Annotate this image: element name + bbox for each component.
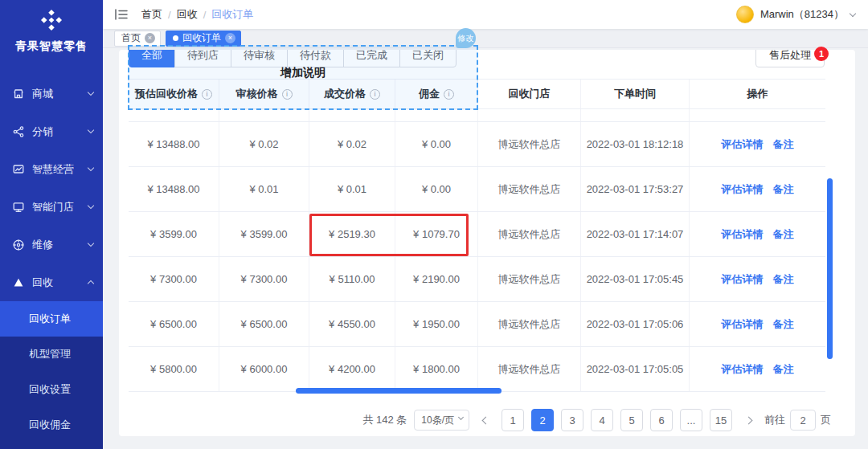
- status-tab-closed[interactable]: 已关闭: [399, 50, 457, 67]
- remark-link[interactable]: 备注: [773, 227, 794, 242]
- chevron-down-icon: [458, 414, 464, 420]
- sidebar-item-distribution[interactable]: 分销: [0, 112, 103, 150]
- header-deal-price: 成交价格 i: [309, 80, 395, 108]
- breadcrumb-recycle[interactable]: 回收: [177, 7, 198, 22]
- breadcrumb-home[interactable]: 首页: [141, 7, 162, 22]
- cell-audit: ¥ 3599.00: [219, 212, 309, 256]
- page-button-1[interactable]: 1: [502, 409, 524, 431]
- brand-name: 青果智慧零售: [0, 39, 103, 54]
- remark-link[interactable]: 备注: [773, 362, 794, 377]
- evaluate-detail-link[interactable]: 评估详情: [722, 137, 764, 152]
- annotation-edit-badge: 修改: [456, 28, 476, 48]
- sidebar-subitem-recycle-commission[interactable]: 回收佣金: [0, 407, 103, 443]
- page-button-6[interactable]: 6: [650, 409, 673, 431]
- sidebar-item-smart-business[interactable]: 智慧经营: [0, 150, 103, 188]
- remark-link[interactable]: 备注: [773, 137, 794, 152]
- sidebar-item-label: 回收: [32, 276, 88, 290]
- page-ellipsis[interactable]: ...: [680, 409, 702, 431]
- tags-view: 首页 × 回收订单 ×: [103, 29, 868, 48]
- close-icon[interactable]: ×: [145, 33, 155, 43]
- evaluate-detail-link[interactable]: 评估详情: [722, 317, 764, 332]
- submenu-label: 回收佣金: [29, 418, 71, 432]
- tab-recycle-orders[interactable]: 回收订单 ×: [166, 31, 241, 47]
- status-tab-pending-payment[interactable]: 待付款: [287, 50, 344, 67]
- cell-deal: ¥ 5110.00: [309, 257, 395, 301]
- submenu-label: 回收设置: [29, 382, 71, 397]
- table-body: ¥ 13488.00 ¥ 0.02 ¥ 0.02 ¥ 0.00 博远软件总店 2…: [129, 109, 825, 392]
- remark-link[interactable]: 备注: [773, 272, 794, 287]
- page-button-5[interactable]: 5: [620, 409, 643, 431]
- status-tab-pending-arrival[interactable]: 待到店: [174, 50, 231, 67]
- prev-page-button[interactable]: [477, 409, 494, 431]
- cell-actions: 评估详情 备注: [690, 167, 825, 211]
- info-icon[interactable]: i: [444, 89, 454, 100]
- info-icon[interactable]: i: [202, 89, 212, 100]
- cell-deal: ¥ 4200.00: [309, 347, 395, 391]
- chevron-down-icon: [850, 10, 856, 16]
- cell-commission: ¥ 1950.00: [395, 302, 478, 346]
- close-icon[interactable]: ×: [225, 33, 235, 43]
- chevron-down-icon: [88, 240, 94, 247]
- cell-commission: ¥ 0.00: [395, 122, 478, 166]
- tab-home[interactable]: 首页 ×: [114, 31, 161, 47]
- sidebar-subitem-recycle-settings[interactable]: 回收设置: [0, 372, 103, 407]
- next-page-button[interactable]: [739, 409, 757, 431]
- remark-link[interactable]: 备注: [773, 317, 794, 332]
- tab-label: 首页: [121, 31, 141, 45]
- horizontal-scrollbar[interactable]: [296, 388, 502, 394]
- cell-deal: ¥ 0.01: [309, 167, 395, 211]
- collapse-sidebar-icon[interactable]: [114, 8, 129, 21]
- page-button-15[interactable]: 15: [710, 409, 732, 431]
- cell-audit: ¥ 7300.00: [219, 257, 309, 301]
- cell-actions: 评估详情 备注: [690, 122, 825, 166]
- page-button-4[interactable]: 4: [591, 409, 613, 431]
- cell-store: 博远软件总店: [478, 347, 581, 391]
- cell-estimate: ¥ 3599.00: [129, 212, 219, 256]
- cell-store: 博远软件总店: [478, 257, 581, 301]
- status-tab-pending-review[interactable]: 待审核: [231, 50, 288, 67]
- chevron-down-icon: [88, 89, 94, 96]
- page-button-3[interactable]: 3: [561, 409, 583, 431]
- status-tab-completed[interactable]: 已完成: [343, 50, 400, 67]
- table-row: ¥ 13488.00 ¥ 0.01 ¥ 0.01 ¥ 0.00 博远软件总店 2…: [129, 167, 825, 212]
- sidebar-item-recycle[interactable]: 回收: [0, 263, 103, 301]
- sidebar-subitem-recycle-orders[interactable]: 回收订单: [0, 301, 103, 337]
- business-chart-icon: [12, 163, 25, 176]
- sidebar-item-label: 分销: [32, 124, 88, 139]
- cell-estimate: ¥ 7300.00: [129, 257, 219, 301]
- sidebar-item-repair[interactable]: 维修: [0, 226, 103, 263]
- sidebar-item-mall[interactable]: 商城: [0, 75, 103, 112]
- remark-link[interactable]: 备注: [773, 182, 794, 197]
- evaluate-detail-link[interactable]: 评估详情: [722, 362, 764, 377]
- user-menu[interactable]: Marwin（81234）: [736, 6, 855, 23]
- breadcrumb-separator: /: [168, 9, 171, 21]
- breadcrumb: 首页 / 回收 / 回收订单: [141, 7, 253, 22]
- cell-order-time: 2022-03-01 17:53:27: [581, 167, 690, 211]
- vertical-scrollbar[interactable]: [827, 178, 833, 359]
- sidebar-subitem-model-management[interactable]: 机型管理: [0, 337, 103, 372]
- cell-order-time: 2022-03-01 17:05:45: [581, 257, 690, 301]
- cell-order-time: 2022-03-01 17:14:07: [581, 212, 690, 256]
- cell-deal: ¥ 2519.30: [309, 212, 395, 256]
- pagination: 共 142 条 10条/页 1 2 3 4 5 6 ... 15 前往 页: [119, 407, 855, 433]
- evaluate-detail-link[interactable]: 评估详情: [722, 227, 764, 242]
- status-tab-all[interactable]: 全部: [129, 50, 175, 67]
- cell-actions: 评估详情 备注: [690, 212, 825, 256]
- cell-order-time: 2022-03-01 17:05:05: [581, 347, 690, 391]
- cell-estimate: ¥ 13488.00: [129, 122, 219, 166]
- page-button-2[interactable]: 2: [531, 409, 554, 431]
- goto-page-input[interactable]: [790, 410, 816, 431]
- info-icon[interactable]: i: [370, 89, 380, 100]
- breadcrumb-separator: /: [203, 9, 207, 21]
- sidebar-item-smart-store[interactable]: 智能门店: [0, 188, 103, 226]
- active-dot-icon: [173, 35, 178, 41]
- cell-order-time: 2022-03-01 17:05:06: [581, 302, 690, 346]
- info-icon[interactable]: i: [282, 89, 293, 100]
- evaluate-detail-link[interactable]: 评估详情: [722, 272, 764, 287]
- cell-commission: ¥ 0.00: [395, 167, 478, 211]
- submenu-label: 机型管理: [29, 347, 71, 361]
- evaluate-detail-link[interactable]: 评估详情: [722, 182, 764, 197]
- page-size-select[interactable]: 10条/页: [414, 410, 469, 431]
- goto-page: 前往 页: [764, 410, 831, 431]
- header-estimate-price: 预估回收价格 i: [129, 80, 219, 108]
